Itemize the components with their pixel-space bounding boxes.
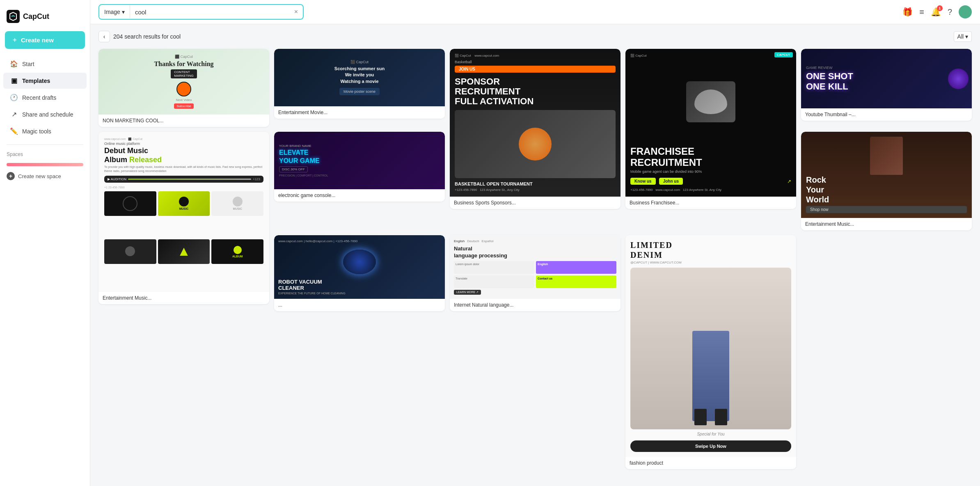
sidebar-divider <box>7 144 83 145</box>
template-thumb: www.capcut.com | hello@capcut.com | +123… <box>274 235 445 299</box>
template-thumb: LIMITEDDENIM @CAPCUT | WWW.CAPCUT.COM Sp… <box>625 235 796 457</box>
template-label: Youtube Thumbnail –... <box>801 108 972 121</box>
filter-label: All ▾ <box>957 33 968 40</box>
space-item[interactable] <box>0 160 90 169</box>
sidebar: CapCut ＋ Create new 🏠 Start ▣ Templates … <box>0 0 90 486</box>
join-us-badge: JOIN US <box>455 66 616 73</box>
spaces-label: Spaces <box>0 150 90 160</box>
sidebar-item-label: Share and schedule <box>22 111 73 118</box>
search-input[interactable] <box>130 5 289 19</box>
search-bar: Image ▾ × <box>98 4 304 20</box>
create-new-button[interactable]: ＋ Create new <box>5 31 85 49</box>
template-label: Entertainment Music... <box>98 292 269 304</box>
sidebar-item-start[interactable]: 🏠 Start <box>3 56 87 72</box>
template-thumb: ⬛ CapCut www.capcut.com Basketball JOIN … <box>450 49 621 197</box>
templates-grid: ⬛ CapCut Thanks for Watching CONTENTMARK… <box>98 49 972 469</box>
template-label: fashion product <box>625 457 796 469</box>
home-icon: 🏠 <box>10 60 18 68</box>
share-icon: ↗ <box>10 110 18 118</box>
template-thumb: ⬛ CapCut CAPCUT FRANCHISEERECRUITMENT Mo… <box>625 49 796 197</box>
sidebar-item-magic-tools[interactable]: ✏️ Magic tools <box>3 123 87 139</box>
template-label: Internet Natural language... <box>450 299 621 311</box>
template-card-youtube[interactable]: GAME REVIEW ONE SHOTONE KILL Youtube Thu… <box>801 49 972 121</box>
gift-icon-button[interactable]: 🎁 <box>902 7 913 17</box>
template-card-non-marketing[interactable]: ⬛ CapCut Thanks for Watching CONTENTMARK… <box>98 49 269 127</box>
chevron-down-icon: ▾ <box>122 9 125 15</box>
search-type-label: Image <box>104 9 120 15</box>
svg-rect-0 <box>7 10 20 23</box>
results-header: ‹ 204 search results for cool All ▾ <box>98 31 972 42</box>
magic-icon: ✏️ <box>10 127 18 135</box>
know-us-row: Know us John us ↗ <box>630 178 791 185</box>
arrow-icon: ↗ <box>787 179 791 184</box>
search-type-dropdown[interactable]: Image ▾ <box>99 5 130 18</box>
capcut-badge: CAPCUT <box>774 52 793 57</box>
content-area: ‹ 204 search results for cool All ▾ ⬛ Ca… <box>90 24 980 486</box>
template-label: electronic game console... <box>274 189 445 202</box>
template-thumb: RockYourWorld Shop now <box>801 132 972 218</box>
template-thumb: GAME REVIEW ONE SHOTONE KILL <box>801 49 972 108</box>
template-card-robot-vacuum[interactable]: www.capcut.com | hello@capcut.com | +123… <box>274 235 445 311</box>
notification-badge: 1 <box>937 5 943 11</box>
template-card-business-franchisee[interactable]: ⬛ CapCut CAPCUT FRANCHISEERECRUITMENT Mo… <box>625 49 796 209</box>
template-label: Business Sports Sponsors... <box>450 197 621 209</box>
john-us-button: John us <box>659 178 683 185</box>
template-label: Business Franchisee... <box>625 197 796 209</box>
sidebar-item-label: Start <box>22 61 34 67</box>
create-space-button[interactable]: + Create new space <box>0 169 90 183</box>
clock-icon: 🕐 <box>10 94 18 101</box>
template-thumb: English Deutsch Español Naturallanguage … <box>450 235 621 299</box>
template-label: Entertainment Music... <box>801 218 972 230</box>
avatar[interactable] <box>959 5 972 18</box>
header-icons: 🎁 ≡ 🔔 1 ? <box>902 5 972 18</box>
notification-icon-button[interactable]: 🔔 1 <box>931 7 941 17</box>
space-bar <box>7 163 83 166</box>
template-thumb: ⬛ CapCut Thanks for Watching CONTENTMARK… <box>98 49 269 115</box>
template-label: Entertainment Movie... <box>274 106 445 119</box>
template-thumb: www.capcut.com ⬛ CapCut Online music pla… <box>98 132 269 292</box>
plus-icon: ＋ <box>11 36 18 44</box>
sidebar-item-share-schedule[interactable]: ↗ Share and schedule <box>3 106 87 122</box>
know-us-button: Know us <box>630 178 656 185</box>
template-label: ... <box>274 299 445 311</box>
filter-all-dropdown[interactable]: All ▾ <box>954 31 972 42</box>
search-clear-button[interactable]: × <box>289 5 303 19</box>
sidebar-item-label: Recent drafts <box>22 94 56 101</box>
template-card-entertainment-movie[interactable]: ⬛ CapCut Scorching summer sunWe invite y… <box>274 49 445 119</box>
plus-circle-icon: + <box>7 172 15 180</box>
template-thumb: YOUR BRAND NAME ELEVATEYOUR GAME DISC.30… <box>274 132 445 189</box>
app-name: CapCut <box>23 12 49 21</box>
create-space-label: Create new space <box>18 173 61 179</box>
sidebar-item-templates[interactable]: ▣ Templates <box>3 73 87 89</box>
templates-icon: ▣ <box>10 77 18 85</box>
template-card-fashion[interactable]: LIMITEDDENIM @CAPCUT | WWW.CAPCUT.COM Sp… <box>625 235 796 469</box>
back-button[interactable]: ‹ <box>98 31 110 42</box>
template-card-guitar[interactable]: RockYourWorld Shop now Entertainment Mus… <box>801 132 972 230</box>
sidebar-item-label: Templates <box>22 78 50 84</box>
template-card-business-sports[interactable]: ⬛ CapCut www.capcut.com Basketball JOIN … <box>450 49 621 209</box>
template-card-nlp[interactable]: English Deutsch Español Naturallanguage … <box>450 235 621 311</box>
help-icon-button[interactable]: ? <box>948 7 952 17</box>
logo: CapCut <box>0 7 90 31</box>
sidebar-item-label: Magic tools <box>22 128 51 135</box>
template-card-electronic-game[interactable]: YOUR BRAND NAME ELEVATEYOUR GAME DISC.30… <box>274 132 445 202</box>
template-card-music-album[interactable]: www.capcut.com ⬛ CapCut Online music pla… <box>98 132 269 304</box>
wallet-icon-button[interactable]: ≡ <box>919 7 924 17</box>
main-panel: Image ▾ × 🎁 ≡ 🔔 1 ? ‹ 204 search results… <box>90 0 980 486</box>
template-thumb: ⬛ CapCut Scorching summer sunWe invite y… <box>274 49 445 106</box>
template-label: NON MARKETING COOL... <box>98 115 269 127</box>
sidebar-item-recent-drafts[interactable]: 🕐 Recent drafts <box>3 89 87 105</box>
create-new-label: Create new <box>21 37 54 44</box>
results-back: ‹ 204 search results for cool <box>98 31 181 42</box>
results-count: 204 search results for cool <box>113 33 181 40</box>
capcut-logo-icon <box>7 10 20 23</box>
header: Image ▾ × 🎁 ≡ 🔔 1 ? <box>90 0 980 24</box>
